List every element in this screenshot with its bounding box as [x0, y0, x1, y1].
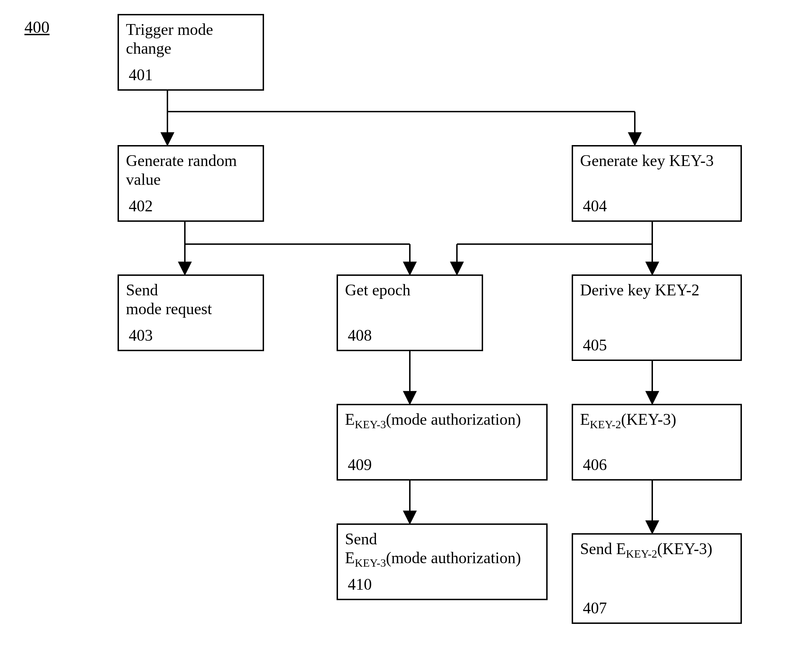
box-402-num: 402	[129, 197, 153, 216]
box-403-line1: Send	[126, 281, 256, 299]
box-410-num: 410	[348, 575, 372, 594]
figure-label: 400	[24, 18, 50, 37]
box-403-line2: mode request	[126, 299, 256, 318]
box-407-num: 407	[583, 599, 607, 618]
box-403: Send mode request 403	[118, 274, 264, 351]
box-406-num: 406	[583, 456, 607, 474]
box-409-post: (mode authorization)	[386, 410, 521, 428]
box-409: EKEY-3(mode authorization) 409	[336, 404, 547, 480]
box-406: EKEY-2(KEY-3) 406	[572, 404, 742, 480]
box-401-line1: Trigger mode	[126, 20, 256, 39]
flowchart-canvas: 400 Trigger mode change 401 Generate ran…	[0, 0, 797, 672]
box-410-post: (mode authorization)	[386, 549, 521, 567]
box-404-line1: Generate key KEY-3	[580, 151, 733, 170]
box-402-line2: value	[126, 170, 256, 189]
box-408-num: 408	[348, 326, 372, 345]
box-407: Send EKEY-2(KEY-3) 407	[572, 533, 742, 624]
box-405-num: 405	[583, 336, 607, 355]
box-401-num: 401	[129, 66, 153, 85]
box-408-line1: Get epoch	[345, 281, 475, 299]
box-406-sub: KEY-2	[590, 418, 621, 431]
box-409-num: 409	[348, 456, 372, 474]
box-407-plain: Send E	[580, 540, 626, 558]
box-407-sub: KEY-2	[626, 547, 657, 560]
box-405-line1: Derive key KEY-2	[580, 281, 733, 299]
box-410-line1: Send	[345, 530, 539, 549]
box-410-sub: KEY-3	[355, 557, 386, 569]
box-401-line2: change	[126, 39, 256, 58]
box-410-pre: E	[345, 549, 355, 567]
box-402-line1: Generate random	[126, 151, 256, 170]
box-407-post: (KEY-3)	[657, 540, 712, 558]
box-409-pre: E	[345, 410, 355, 428]
box-402: Generate random value 402	[118, 145, 264, 222]
box-406-pre: E	[580, 410, 590, 428]
box-404: Generate key KEY-3 404	[572, 145, 742, 222]
box-408: Get epoch 408	[336, 274, 483, 351]
box-404-num: 404	[583, 197, 607, 216]
box-401: Trigger mode change 401	[118, 14, 264, 91]
box-406-post: (KEY-3)	[621, 410, 676, 428]
box-405: Derive key KEY-2 405	[572, 274, 742, 361]
box-403-num: 403	[129, 326, 153, 345]
box-410: Send EKEY-3(mode authorization) 410	[336, 523, 547, 600]
box-409-sub: KEY-3	[355, 418, 386, 431]
